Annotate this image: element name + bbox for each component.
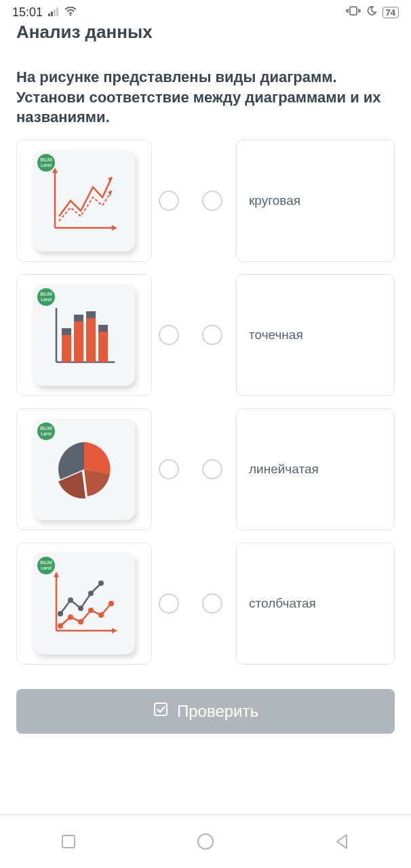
diagram-card-scatter[interactable]: BiLiM Land (16, 542, 152, 665)
svg-rect-19 (62, 328, 71, 335)
svg-point-43 (198, 834, 213, 849)
label-card-2[interactable]: точечная (236, 274, 395, 396)
bilim-badge-icon: BiLiM Land (37, 154, 55, 172)
svg-rect-25 (98, 325, 108, 332)
svg-point-33 (88, 591, 94, 596)
bar-chart-icon (47, 298, 121, 372)
svg-point-35 (58, 623, 63, 629)
label-text-3: линейчатая (249, 462, 319, 477)
svg-point-39 (98, 612, 104, 618)
svg-rect-23 (86, 311, 96, 318)
label-card-4[interactable]: столбчатая (236, 542, 395, 665)
signal-icon (48, 5, 59, 20)
bilim-badge-icon: BiLiM Land (37, 422, 55, 440)
nav-recent-icon[interactable] (59, 832, 78, 851)
svg-rect-21 (74, 315, 83, 321)
nav-back-icon[interactable] (333, 832, 352, 851)
line-chart-icon (47, 163, 121, 238)
radio-left-3[interactable] (159, 459, 179, 479)
label-card-1[interactable]: круговая (236, 140, 395, 262)
vibrate-icon (346, 5, 361, 20)
svg-marker-11 (52, 167, 58, 173)
svg-point-34 (98, 580, 104, 586)
svg-marker-13 (112, 225, 117, 231)
svg-rect-3 (56, 7, 58, 16)
status-time: 15:01 (12, 5, 43, 20)
svg-rect-5 (350, 7, 357, 15)
check-icon (153, 701, 169, 722)
svg-rect-2 (54, 9, 56, 16)
match-row-3: BiLiM Land линейчатая (16, 408, 395, 530)
radio-right-1[interactable] (202, 191, 222, 211)
radio-left-1[interactable] (159, 191, 179, 211)
svg-rect-1 (51, 12, 53, 16)
diagram-card-line[interactable]: BiLiM Land (16, 140, 152, 262)
diagram-card-bar[interactable]: BiLiM Land (16, 274, 152, 396)
radio-right-3[interactable] (202, 459, 222, 479)
bilim-badge-icon: BiLiM Land (37, 557, 55, 574)
match-row-1: BiLiM Land круговая (16, 140, 395, 262)
svg-point-38 (88, 608, 94, 613)
svg-point-40 (109, 601, 114, 606)
svg-marker-27 (54, 572, 59, 577)
radio-right-4[interactable] (202, 593, 222, 614)
radio-left-4[interactable] (159, 593, 179, 614)
match-row-4: BiLiM Land столбчатая (16, 542, 395, 665)
label-card-3[interactable]: линейчатая (236, 408, 395, 530)
svg-point-31 (68, 597, 73, 603)
svg-marker-29 (112, 628, 117, 633)
svg-rect-18 (62, 335, 71, 362)
scatter-chart-icon (47, 566, 121, 641)
svg-rect-24 (98, 332, 108, 362)
label-text-1: круговая (249, 193, 300, 208)
wifi-icon (64, 5, 77, 20)
battery-level: 74 (383, 7, 399, 18)
radio-left-2[interactable] (159, 325, 179, 345)
svg-point-30 (58, 611, 63, 616)
svg-rect-20 (74, 321, 83, 362)
label-text-4: столбчатая (249, 596, 316, 611)
svg-point-37 (78, 619, 83, 625)
label-text-2: точечная (249, 328, 303, 342)
diagram-card-pie[interactable]: BiLiM Land (16, 408, 152, 530)
radio-right-2[interactable] (202, 325, 222, 345)
match-row-2: BiLiM Land точечная (16, 274, 395, 396)
svg-rect-0 (48, 14, 50, 16)
pie-chart-icon (47, 432, 121, 507)
status-bar: 15:01 74 (0, 0, 411, 24)
android-nav-bar (0, 815, 411, 868)
svg-rect-42 (62, 835, 75, 848)
bilim-badge-icon: BiLiM Land (37, 288, 55, 306)
check-button[interactable]: Проверить (16, 689, 395, 734)
svg-rect-22 (86, 318, 96, 362)
check-button-label: Проверить (177, 702, 258, 721)
moon-icon (366, 5, 377, 20)
svg-point-32 (78, 606, 83, 611)
page-title: Анализ данных (0, 22, 411, 48)
svg-point-4 (70, 14, 71, 15)
svg-rect-41 (155, 703, 167, 715)
svg-point-36 (68, 614, 73, 620)
question-text: На рисунке представлены виды диаграмм. У… (0, 48, 411, 140)
nav-home-icon[interactable] (196, 832, 215, 851)
